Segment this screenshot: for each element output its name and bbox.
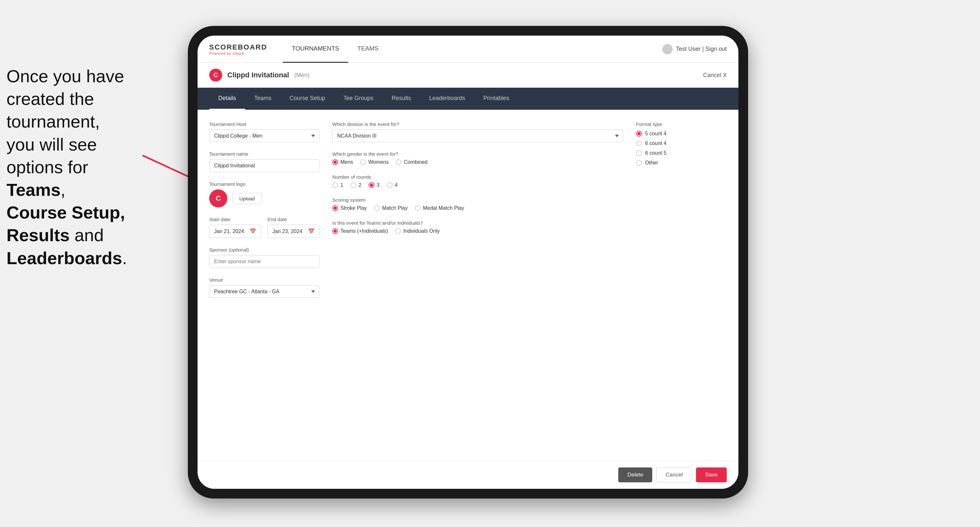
instruction-bold2: Course Setup,: [6, 203, 125, 222]
tournament-title-area: C Clippd Invitational (Men): [209, 68, 310, 82]
format-6count4-radio[interactable]: [636, 140, 642, 146]
event-individuals[interactable]: Individuals Only: [395, 228, 440, 234]
tablet-device: SCOREBOARD Powered by clippd TOURNAMENTS…: [188, 26, 748, 498]
scoring-stroke-radio[interactable]: [332, 205, 338, 211]
right-column: Format type 5 count 4 6 count 4 6 count …: [636, 121, 727, 449]
rounds-1-radio[interactable]: [332, 182, 338, 188]
logo-sub: Powered by clippd: [209, 51, 267, 56]
logo-title: SCOREBOARD: [209, 43, 267, 51]
rounds-2[interactable]: 2: [350, 182, 361, 188]
host-select[interactable]: Clippd College - Men: [209, 130, 319, 142]
rounds-3-radio[interactable]: [369, 182, 374, 188]
top-nav: SCOREBOARD Powered by clippd TOURNAMENTS…: [197, 36, 738, 63]
nav-links: TOURNAMENTS TEAMS: [283, 36, 662, 63]
gender-womens-label: Womens: [368, 159, 389, 165]
end-date-value: Jan 23, 2024: [272, 229, 302, 234]
scoring-radio-group: Stroke Play Match Play Medal Match Play: [332, 205, 623, 211]
nav-tournaments[interactable]: TOURNAMENTS: [283, 36, 348, 63]
format-other-label: Other: [645, 160, 658, 166]
rounds-label: Number of rounds: [332, 174, 623, 179]
gender-combined-label: Combined: [404, 159, 428, 165]
action-bar: Delete Cancel Save: [197, 460, 738, 489]
rounds-4[interactable]: 4: [387, 182, 398, 188]
tab-leaderboards[interactable]: Leaderboards: [420, 88, 474, 110]
format-6count4: 6 count 4: [636, 140, 727, 146]
sponsor-input[interactable]: [209, 255, 319, 268]
cancel-button[interactable]: Cancel: [656, 467, 692, 483]
gender-mens-label: Mens: [340, 159, 353, 165]
gender-mens[interactable]: Mens: [332, 159, 353, 165]
rounds-radio-group: 1 2 3 4: [332, 182, 623, 188]
tab-teams[interactable]: Teams: [245, 88, 280, 110]
save-button[interactable]: Save: [696, 467, 727, 483]
calendar-icon: 📅: [250, 228, 256, 234]
tournament-cancel-button[interactable]: Cancel X: [703, 72, 727, 79]
instruction-bold1: Teams: [6, 180, 60, 199]
end-date-label: End date: [267, 217, 319, 222]
format-6count5: 6 count 5: [636, 150, 727, 156]
tabs-bar: Details Teams Course Setup Tee Groups Re…: [197, 88, 738, 110]
start-date-label: Start date: [209, 217, 261, 222]
upload-button[interactable]: Upload: [232, 193, 262, 204]
format-6count5-label: 6 count 5: [645, 150, 667, 156]
tab-details[interactable]: Details: [209, 88, 245, 110]
format-options: 5 count 4 6 count 4 6 count 5 Other: [636, 131, 727, 166]
tournament-bar: C Clippd Invitational (Men) Cancel X: [197, 63, 738, 88]
start-date-input[interactable]: Jan 21, 2024 📅: [209, 225, 261, 238]
middle-column: Which division is the event for? NCAA Di…: [332, 121, 623, 449]
format-6count5-radio[interactable]: [636, 150, 642, 156]
division-field-group: Which division is the event for? NCAA Di…: [332, 121, 623, 142]
rounds-3-label: 3: [377, 182, 380, 188]
end-date-input[interactable]: Jan 23, 2024 📅: [267, 225, 319, 238]
instruction-text: Once you havecreated thetournament,you w…: [6, 65, 169, 269]
host-field-group: Tournament Host Clippd College - Men: [209, 121, 319, 142]
delete-button[interactable]: Delete: [618, 467, 652, 483]
event-individuals-label: Individuals Only: [403, 228, 440, 234]
division-label: Which division is the event for?: [332, 121, 623, 127]
venue-select[interactable]: Peachtree GC - Atlanta - GA: [209, 285, 319, 298]
logo-upload-area: C Upload: [209, 189, 319, 208]
scoring-medal[interactable]: Medal Match Play: [415, 205, 464, 211]
scoring-medal-radio[interactable]: [415, 205, 421, 211]
host-label: Tournament Host: [209, 121, 319, 127]
division-select[interactable]: NCAA Division III: [332, 130, 623, 142]
gender-combined-radio[interactable]: [396, 159, 402, 165]
gender-womens[interactable]: Womens: [360, 159, 389, 165]
sponsor-field-group: Sponsor (optional): [209, 247, 319, 268]
tournament-icon: C: [209, 68, 222, 82]
format-other-radio[interactable]: [636, 160, 642, 166]
instruction-bold3: Results: [6, 225, 70, 245]
tab-results[interactable]: Results: [382, 88, 420, 110]
tournament-sub: (Men): [294, 72, 310, 79]
instruction-comma: ,: [60, 180, 65, 199]
tournament-name: Clippd Invitational: [228, 71, 289, 79]
rounds-1[interactable]: 1: [332, 182, 343, 188]
gender-womens-radio[interactable]: [360, 159, 366, 165]
user-text: Test User | Sign out: [676, 46, 727, 52]
event-individuals-radio[interactable]: [395, 228, 401, 234]
event-teams[interactable]: Teams (+Individuals): [332, 228, 388, 234]
nav-teams[interactable]: TEAMS: [348, 36, 387, 63]
tab-printables[interactable]: Printables: [474, 88, 518, 110]
format-5count4-radio[interactable]: [636, 131, 642, 137]
gender-combined[interactable]: Combined: [396, 159, 428, 165]
tab-tee-groups[interactable]: Tee Groups: [334, 88, 382, 110]
scoring-match[interactable]: Match Play: [374, 205, 408, 211]
event-type-field-group: Is this event for Teams and/or Individua…: [332, 220, 623, 234]
gender-mens-radio[interactable]: [332, 159, 338, 165]
content-area: Tournament Host Clippd College - Men Tou…: [197, 110, 738, 460]
rounds-3[interactable]: 3: [369, 182, 380, 188]
name-input[interactable]: [209, 159, 319, 172]
rounds-field-group: Number of rounds 1 2 3: [332, 174, 623, 188]
start-date-value: Jan 21, 2024: [214, 229, 244, 234]
event-teams-radio[interactable]: [332, 228, 338, 234]
rounds-4-radio[interactable]: [387, 182, 393, 188]
format-other: Other: [636, 160, 727, 166]
logo-circle: C: [209, 189, 228, 208]
scoring-stroke[interactable]: Stroke Play: [332, 205, 367, 211]
dates-row: Start date Jan 21, 2024 📅 End date Jan 2…: [209, 217, 319, 238]
tab-course-setup[interactable]: Course Setup: [280, 88, 334, 110]
scoring-match-radio[interactable]: [374, 205, 380, 211]
rounds-2-radio[interactable]: [350, 182, 356, 188]
scoring-label: Scoring system: [332, 197, 623, 203]
